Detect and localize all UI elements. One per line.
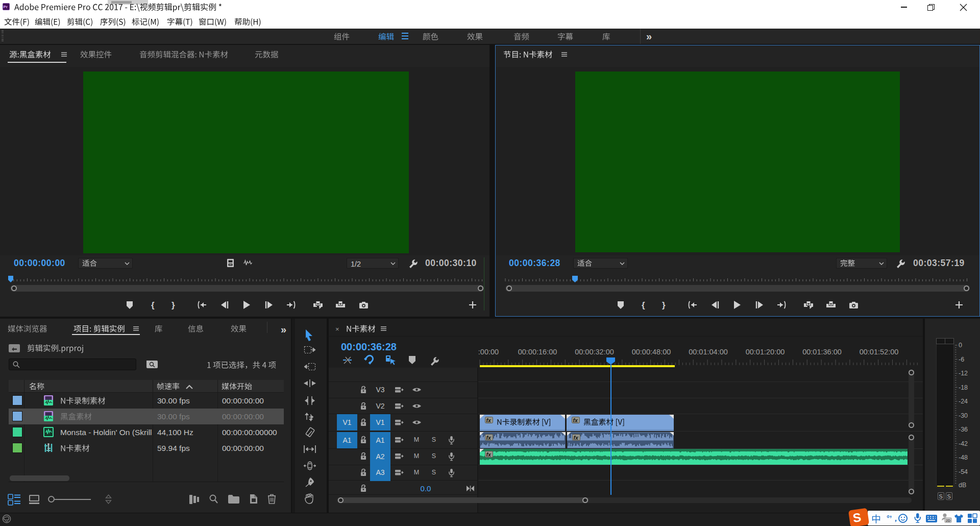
svg-text:2D: 2D <box>946 519 950 522</box>
